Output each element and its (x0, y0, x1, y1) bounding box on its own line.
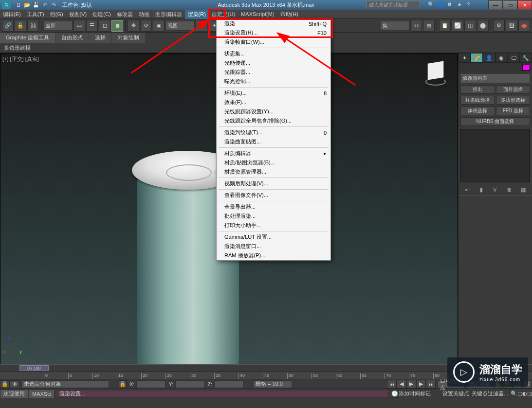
modifier-list-dropdown[interactable]: 修改器列表 (460, 73, 530, 83)
menu-maxscriptm[interactable]: MAXScript(M) (238, 10, 277, 19)
menu-item[interactable]: 材质资源管理器... (217, 167, 330, 177)
workspace-selector[interactable]: 工作台: 默认 (62, 1, 92, 9)
menu-item[interactable]: 渲染曲面贴图... (217, 137, 330, 146)
lock-selection-icon[interactable]: 🔒 (0, 380, 10, 388)
menu-item[interactable]: 批处理渲染... (217, 212, 330, 221)
modifier-btn-extrude[interactable]: 挤出 (460, 85, 495, 94)
time-slider-handle[interactable]: 0 / 100 (19, 365, 49, 371)
y-field[interactable] (175, 380, 204, 388)
menu-item[interactable]: 光跟踪器... (217, 68, 330, 77)
menu-item[interactable]: 全景导出器... (217, 202, 330, 212)
minimize-button[interactable]: — (488, 0, 503, 9)
window-crossing-icon[interactable]: ◼ (111, 20, 123, 32)
comm-center-icon[interactable]: 🕓 (391, 390, 399, 398)
ribbon-tab-1[interactable]: 自由形式 (55, 33, 89, 43)
pivot-icon[interactable]: ⊕ (196, 20, 207, 32)
z-field[interactable] (214, 380, 243, 388)
help-icon[interactable]: ? (467, 1, 474, 8)
menu-item[interactable]: 曝光控制... (217, 77, 330, 86)
modifier-btn-nurbssel[interactable]: NURBS 曲面选择 (460, 117, 530, 126)
remove-mod-icon[interactable]: 🗑 (505, 185, 514, 194)
layer-icon[interactable]: 📋 (439, 20, 451, 32)
nav-fov-icon[interactable]: ◐ (522, 390, 527, 397)
render-icon[interactable]: 🫖 (518, 20, 530, 32)
menu-[interactable]: 动画 (136, 10, 152, 19)
viewport-label[interactable]: [+] [正交] [真实] (2, 55, 39, 63)
schematic-icon[interactable]: ◫ (464, 20, 476, 32)
render-frame-icon[interactable]: 🖼 (506, 20, 517, 32)
menu-item[interactable]: 打印大小助手... (217, 221, 330, 230)
object-color-swatch[interactable] (522, 65, 530, 71)
hierarchy-tab-icon[interactable]: 👤 (483, 53, 495, 63)
ribbon-tab-2[interactable]: 选择 (89, 33, 111, 43)
ribbon-tab-0[interactable]: Graphite 建模工具 (0, 33, 55, 43)
nav-zoomext-icon[interactable]: ▢ (517, 390, 522, 397)
qat-open-icon[interactable]: 📂 (23, 1, 31, 9)
app-icon[interactable]: G (2, 0, 11, 9)
link-icon[interactable]: 🔗 (2, 20, 14, 32)
listener-tab-maxscript[interactable]: MAXSci (29, 390, 55, 398)
menu-item[interactable]: 光线跟踪器设置(Y)... (217, 107, 330, 116)
favorites-icon[interactable]: ★ (457, 1, 464, 8)
selection-filter-dropdown[interactable]: 全部 (43, 21, 73, 31)
menu-item[interactable]: 光能传递... (217, 58, 330, 68)
display-tab-icon[interactable]: 🖵 (508, 53, 520, 63)
rotate-icon[interactable]: ⟳ (140, 20, 152, 32)
menu-h[interactable]: 帮助(H) (277, 10, 301, 19)
select-region-rect-icon[interactable]: ◻ (99, 20, 110, 32)
modifier-stack[interactable] (460, 129, 530, 182)
bind-icon[interactable]: ⛓ (27, 20, 39, 32)
modifier-btn-patchsel[interactable]: 面片选择 (496, 85, 531, 94)
menu-[interactable]: 图形编辑器 (152, 10, 185, 19)
play-icon[interactable]: ▶ (406, 380, 416, 389)
modifier-btn-volsel[interactable]: 体积选择 (460, 106, 495, 115)
nav-maxtoggle-icon[interactable]: ◲ (527, 390, 532, 397)
menu-item[interactable]: 环境(E)...8 (217, 89, 330, 98)
menu-item[interactable]: 光线跟踪全局包含/排除(G)... (217, 116, 330, 125)
show-end-icon[interactable]: ▮ (477, 185, 486, 194)
menu-item[interactable]: 效果(F)... (217, 98, 330, 107)
qat-redo-icon[interactable]: ↷ (50, 1, 57, 9)
menu-e[interactable]: 编辑(E) (0, 10, 24, 19)
utilities-tab-icon[interactable]: 🔧 (520, 53, 532, 63)
ref-coord-dropdown[interactable]: 视图 (165, 21, 195, 31)
configure-icon[interactable]: ▦ (519, 185, 528, 194)
scale-icon[interactable]: ▣ (153, 20, 165, 32)
qat-undo-icon[interactable]: ↶ (41, 1, 49, 9)
search-input[interactable]: 键入关键字或短语 (367, 1, 420, 8)
goto-end-icon[interactable]: ⏭ (426, 380, 436, 389)
modifier-btn-polysel[interactable]: 多边形选择 (496, 96, 531, 105)
set-key-button[interactable]: 设置关键点 (442, 390, 472, 397)
menu-item[interactable]: 渲染到纹理(T)...0 (217, 128, 330, 137)
goto-start-icon[interactable]: ⏮ (387, 380, 397, 389)
menu-item[interactable]: 渲染帧窗口(W)... (217, 37, 330, 47)
menu-item[interactable]: 查看图像文件(V)... (217, 191, 330, 200)
menu-v[interactable]: 视图(V) (66, 10, 90, 19)
modifier-btn-ffdsel[interactable]: FFD 选择 (496, 106, 531, 115)
move-icon[interactable]: ✥ (128, 20, 139, 32)
exchange-icon[interactable]: ✖ (447, 1, 454, 8)
qat-new-icon[interactable]: 🗋 (15, 1, 22, 9)
mirror-icon[interactable]: ⇔ (410, 20, 422, 32)
ribbon-tab-3[interactable]: 对象绘制 (112, 33, 145, 43)
add-time-tag[interactable]: 添加时间标记 (399, 390, 442, 397)
menu-[interactable]: 修改器 (114, 10, 136, 19)
prev-frame-icon[interactable]: ◀ (397, 380, 406, 389)
infocenter-icon[interactable]: 🔍 (428, 1, 435, 8)
x-field[interactable] (136, 380, 165, 388)
menu-c[interactable]: 创建(C) (90, 10, 113, 19)
close-button[interactable]: ✕ (517, 0, 532, 9)
menu-t[interactable]: 工具(T) (24, 10, 47, 19)
motion-tab-icon[interactable]: ◉ (495, 53, 508, 63)
menu-u[interactable]: 自定义(U) (209, 10, 238, 19)
menu-item[interactable]: 材质/贴图浏览器(B)... (217, 158, 330, 167)
select-name-icon[interactable]: ☰ (86, 20, 98, 32)
menu-g[interactable]: 组(G) (47, 10, 66, 19)
next-frame-icon[interactable]: ▶ (416, 380, 426, 389)
menu-item[interactable]: 渲染消息窗口... (217, 242, 330, 251)
align-icon[interactable]: ▤ (423, 20, 435, 32)
maximize-button[interactable]: ▭ (503, 0, 517, 9)
render-setup-icon[interactable]: ⚙ (493, 20, 505, 32)
curve-editor-icon[interactable]: 📈 (452, 20, 463, 32)
pin-stack-icon[interactable]: ⇤ (463, 185, 472, 194)
